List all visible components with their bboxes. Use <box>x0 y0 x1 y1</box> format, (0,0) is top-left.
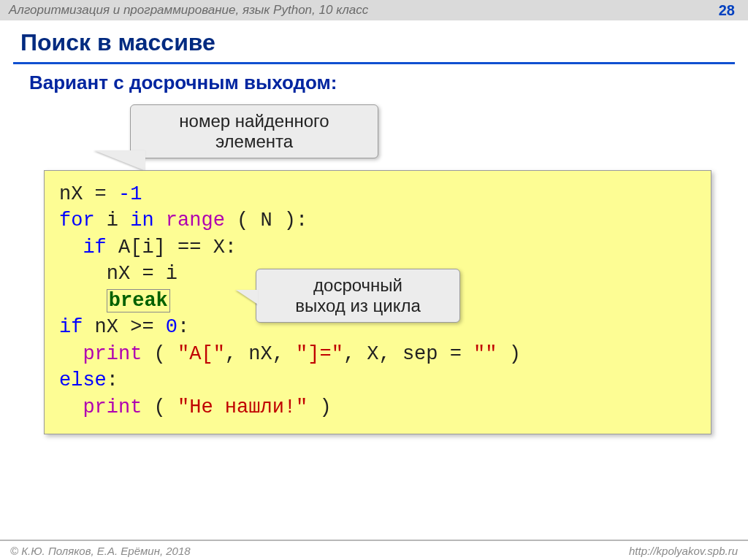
code-token: else <box>59 369 107 391</box>
code-token: in <box>130 210 153 231</box>
code-token: ( <box>142 396 178 418</box>
course-title: Алгоритмизация и программирование, язык … <box>9 3 719 18</box>
code-token <box>59 396 83 418</box>
footer-url: http://kpolyakov.spb.ru <box>629 545 738 557</box>
code-token: "" <box>473 343 497 365</box>
code-token: ) <box>308 396 331 418</box>
callout-line: досрочный <box>270 275 446 296</box>
code-token: , nX, <box>225 343 296 365</box>
code-token: range <box>166 210 225 231</box>
code-token: nX >= <box>83 316 165 338</box>
code-token: for <box>59 210 95 231</box>
code-token: 0 <box>166 316 178 338</box>
callout-found-index: номер найденного элемента <box>130 104 378 158</box>
slide: Алгоритмизация и программирование, язык … <box>0 0 748 560</box>
code-token: "Не нашли!" <box>178 396 308 418</box>
callout-line: элемента <box>144 131 365 152</box>
code-token <box>154 210 166 231</box>
code-token: "A[" <box>178 343 225 365</box>
footer-copyright: © К.Ю. Поляков, Е.А. Ерёмин, 2018 <box>10 545 191 557</box>
content-stage: номер найденного элемента nX = -1 for i … <box>0 104 748 513</box>
page-number: 28 <box>719 2 739 19</box>
code-token: if <box>59 316 83 338</box>
footer: © К.Ю. Поляков, Е.А. Ерёмин, 2018 http:/… <box>0 540 748 560</box>
code-token: i <box>95 210 131 231</box>
code-token: "]=" <box>296 343 343 365</box>
callout-early-exit: досрочный выход из цикла <box>256 269 460 323</box>
code-token: : <box>107 369 118 391</box>
code-token: , X, sep = <box>343 343 473 365</box>
callout-line: выход из цикла <box>270 296 446 316</box>
code-token: print <box>83 343 142 365</box>
page-title: Поиск в массиве <box>0 20 748 62</box>
break-keyword-box: break <box>107 289 170 312</box>
code-token: = <box>83 183 118 205</box>
code-token: nX = i <box>59 263 178 285</box>
code-token: print <box>83 396 142 418</box>
code-token <box>59 290 107 312</box>
code-token: ( <box>142 343 178 365</box>
subtitle: Вариант с досрочным выходом: <box>0 64 748 104</box>
callout-line: номер найденного <box>144 111 365 131</box>
callout-tail-icon <box>94 150 145 171</box>
code-token: : <box>178 316 189 338</box>
code-token: ( N ): <box>225 210 308 231</box>
topbar: Алгоритмизация и программирование, язык … <box>0 0 748 20</box>
code-token <box>59 343 83 365</box>
code-token: -1 <box>118 183 142 205</box>
code-token: A[i] == X: <box>107 237 237 258</box>
code-token: ) <box>497 343 521 365</box>
code-token: nX <box>59 183 83 205</box>
code-token: if <box>59 237 107 258</box>
callout-tail-icon <box>236 290 258 304</box>
